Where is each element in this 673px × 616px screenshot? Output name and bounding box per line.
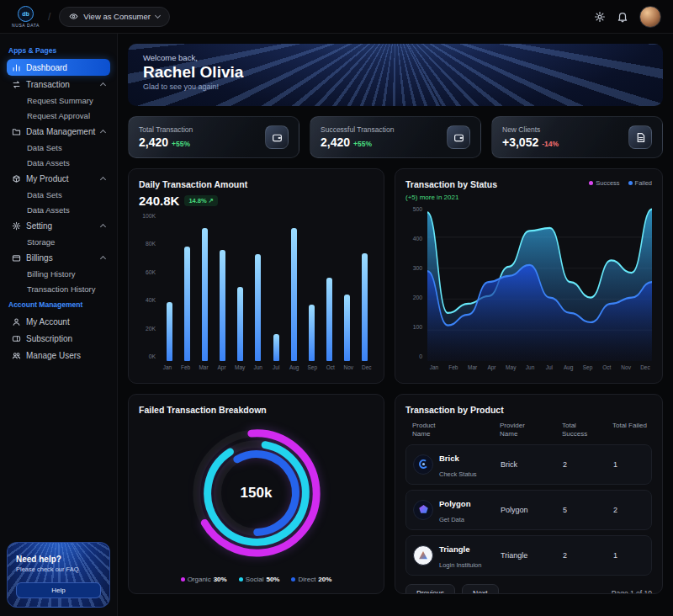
sidebar-label: Billings [26, 253, 53, 263]
product-desc: Get Data [439, 516, 464, 523]
legend-item-failed: Failed [628, 179, 652, 187]
sidebar-item-billing-history[interactable]: Billing History [7, 266, 110, 281]
sidebar-label: Dashboard [26, 63, 67, 72]
bar-aug [287, 213, 300, 361]
sidebar-item-my-account[interactable]: My Account [7, 313, 110, 330]
help-button[interactable]: Help [16, 582, 101, 598]
gear-icon[interactable] [594, 11, 606, 23]
pagination: Previous Next Page 1 of 10 [405, 581, 652, 594]
brand-logo[interactable]: db NUSA DATA [12, 6, 40, 28]
provider-cell: Brick [501, 460, 559, 469]
x-tick: Jan [161, 364, 174, 373]
failed-breakdown-card: Failed Transaction Breakdown 150k Organi… [128, 394, 384, 594]
brand-name: NUSA DATA [12, 23, 40, 28]
stat-delta: +55% [172, 140, 190, 148]
bar-jul [269, 213, 283, 361]
sidebar-item-transaction-history[interactable]: Transaction History [7, 281, 110, 296]
transaction-by-product-card: Transaction by Product Product Name Prov… [395, 394, 663, 594]
table-row-polygon[interactable]: PolygonGet Data Polygon 5 2 [405, 490, 652, 530]
sidebar-item-data-management[interactable]: Data Management [7, 123, 110, 140]
x-tick: Jul [543, 364, 556, 373]
table-row-brick[interactable]: BrickCheck Status Brick 2 1 [405, 444, 652, 485]
legend-dot [628, 181, 633, 185]
bar-apr [216, 213, 230, 361]
table-row-triangle[interactable]: TriangleLogin Instituion Triangle 2 1 [405, 535, 652, 576]
daily-amount-value: 240.8K [139, 194, 179, 208]
stat-delta: +55% [353, 140, 372, 148]
chevron-up-icon [100, 255, 106, 261]
section-apps-pages: Apps & Pages [8, 46, 109, 55]
bell-icon[interactable] [617, 11, 628, 23]
area-chart-x-axis: JanFebMarAprMayJunJulAugSepOctNovDec [427, 361, 652, 373]
sidebar-label: Data Management [26, 127, 95, 136]
view-as-dropdown[interactable]: View as Consumer [59, 7, 170, 27]
sidebar-item-mp-data-sets[interactable]: Data Sets [7, 187, 110, 202]
y-tick: 0 [419, 353, 422, 359]
ticket-icon [12, 334, 21, 343]
user-avatar[interactable] [639, 6, 661, 28]
y-tick: 40K [146, 297, 156, 303]
area-chart-canvas [427, 206, 652, 361]
legend-dot [239, 577, 243, 581]
users-icon [12, 351, 21, 360]
bar-jun [252, 213, 265, 361]
sidebar-item-manage-users[interactable]: Manage Users [7, 347, 110, 364]
charts-row: Daily Transaction Amount 240.8K 14.8% ↗ … [128, 168, 663, 384]
sidebar-item-dm-data-assets[interactable]: Data Assets [7, 155, 110, 170]
person-icon [12, 317, 21, 327]
hero-greeting: Welcome back, [143, 53, 648, 62]
chevron-up-icon [100, 176, 106, 182]
previous-button[interactable]: Previous [405, 584, 455, 594]
donut-legend: Organic30% Social50% Direct20% [139, 571, 374, 583]
product-desc: Check Status [439, 470, 477, 478]
sidebar-item-request-approval[interactable]: Request Approval [7, 108, 110, 123]
sidebar-item-request-summary[interactable]: Request Summary [7, 93, 110, 108]
stat-cards: Total Transaction 2,420+55% Successful T… [128, 116, 663, 158]
sidebar-item-dm-data-sets[interactable]: Data Sets [7, 140, 110, 155]
legend-item-success: Success [589, 179, 619, 187]
x-tick: Nov [619, 364, 633, 373]
help-card: Need help? Please check our FAQ Help [7, 542, 110, 608]
transaction-by-status-area-chart: 5004003002001000 [405, 206, 652, 373]
breadcrumb-separator: / [48, 11, 50, 23]
y-tick: 20K [146, 326, 156, 332]
stat-card-new-clients: New Clients +3,052-14% [491, 116, 663, 158]
sidebar-item-my-product[interactable]: My Product [7, 170, 110, 187]
wallet-icon [265, 125, 289, 149]
stat-label: New Clients [502, 125, 622, 134]
help-subtitle: Please check our FAQ [16, 566, 101, 573]
bar-feb [180, 213, 193, 361]
x-tick: Aug [288, 364, 301, 373]
polygon-logo-icon [413, 500, 433, 520]
sidebar-item-setting[interactable]: Setting [7, 217, 110, 234]
welcome-banner: Welcome back, Rachel Olivia Glad to see … [128, 44, 663, 106]
stat-card-total-transaction: Total Transaction 2,420+55% [128, 116, 299, 158]
next-button[interactable]: Next [462, 584, 498, 594]
x-tick: Sep [581, 364, 595, 373]
chevron-down-icon [155, 12, 161, 18]
sidebar-item-billings[interactable]: Billings [7, 249, 110, 266]
failed-cell: 1 [613, 551, 657, 560]
legend-dot [181, 577, 185, 581]
y-tick: 80K [146, 241, 156, 247]
product-desc: Login Instituion [439, 561, 481, 569]
x-tick: May [233, 364, 246, 373]
bar-chart-icon [12, 63, 21, 72]
sidebar-item-dashboard[interactable]: Dashboard [7, 59, 110, 76]
y-tick: 0K [149, 353, 156, 359]
y-tick: 100K [142, 213, 156, 219]
y-tick: 200 [413, 295, 422, 300]
sidebar-item-mp-data-assets[interactable]: Data Assets [7, 202, 110, 217]
bar-dec [358, 213, 372, 361]
x-tick: Oct [600, 364, 613, 373]
box-icon [12, 174, 21, 183]
sidebar-label: Manage Users [26, 351, 81, 360]
document-icon [628, 125, 652, 149]
product-name: Triangle [439, 544, 469, 554]
sidebar-item-transaction[interactable]: Transaction [7, 76, 110, 93]
app-layout: Apps & Pages Dashboard Transaction Reque… [0, 34, 673, 616]
sidebar-item-storage[interactable]: Storage [7, 234, 110, 249]
x-tick: May [504, 364, 517, 373]
y-tick: 60K [146, 269, 156, 275]
sidebar-item-subscription[interactable]: Subscription [7, 330, 110, 347]
